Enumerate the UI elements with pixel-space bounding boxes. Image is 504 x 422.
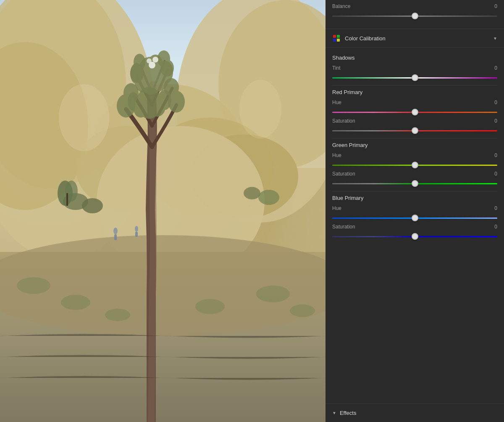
blue-hue-label: Hue <box>332 205 487 211</box>
svg-point-51 <box>290 304 315 317</box>
blue-primary-group: Blue Primary Hue 0 Saturation 0 <box>332 195 497 241</box>
right-panel: Balance 0 Color Calibration ▼ Shadows <box>326 0 504 422</box>
red-sat-value: 0 <box>487 118 497 124</box>
color-calibration-icon <box>332 34 341 42</box>
red-sat-label: Saturation <box>332 118 487 124</box>
svg-point-44 <box>135 226 138 232</box>
green-sat-label: Saturation <box>332 171 487 177</box>
svg-point-49 <box>195 299 225 314</box>
effects-section[interactable]: ▼ Effects <box>326 404 504 422</box>
svg-point-42 <box>113 228 118 234</box>
svg-rect-55 <box>337 35 340 38</box>
red-sat-slider[interactable] <box>332 126 497 135</box>
color-calibration-header[interactable]: Color Calibration ▼ <box>326 29 504 48</box>
green-sat-thumb[interactable] <box>412 180 418 187</box>
svg-point-38 <box>147 58 152 63</box>
shadows-title: Shadows <box>332 55 497 61</box>
svg-point-31 <box>123 83 139 103</box>
blue-primary-title: Blue Primary <box>332 195 497 201</box>
svg-point-53 <box>239 80 281 139</box>
red-hue-value: 0 <box>487 100 497 105</box>
shadows-tint-value: 0 <box>487 65 497 71</box>
svg-point-46 <box>17 277 50 294</box>
shadows-tint-label: Tint <box>332 65 487 71</box>
svg-point-50 <box>256 286 290 302</box>
blue-hue-thumb[interactable] <box>412 215 418 221</box>
blue-sat-slider[interactable] <box>332 232 497 241</box>
balance-thumb[interactable] <box>412 13 418 19</box>
color-calibration-chevron[interactable]: ▼ <box>493 36 497 41</box>
effects-chevron-icon: ▼ <box>332 411 336 415</box>
green-hue-slider[interactable] <box>332 161 497 169</box>
shadows-tint-slider[interactable] <box>332 73 497 82</box>
green-sat-slider[interactable] <box>332 179 497 188</box>
svg-point-14 <box>82 198 103 213</box>
shadows-tint-thumb[interactable] <box>412 74 418 81</box>
red-hue-label: Hue <box>332 100 487 105</box>
red-hue-slider[interactable] <box>332 108 497 116</box>
balance-slider[interactable] <box>332 12 497 20</box>
red-primary-group: Red Primary Hue 0 Saturation 0 <box>332 89 497 135</box>
svg-point-35 <box>134 54 145 71</box>
svg-point-15 <box>244 187 260 199</box>
svg-point-39 <box>152 57 158 63</box>
green-hue-value: 0 <box>487 152 497 158</box>
svg-point-32 <box>164 78 179 97</box>
green-primary-group: Green Primary Hue 0 Saturation 0 <box>332 142 497 188</box>
balance-label: Balance <box>332 3 487 9</box>
photo-panel <box>0 0 326 422</box>
svg-point-36 <box>158 50 170 67</box>
balance-value: 0 <box>487 3 497 9</box>
blue-hue-value: 0 <box>487 205 497 211</box>
svg-rect-43 <box>114 234 117 240</box>
svg-point-48 <box>105 309 130 321</box>
svg-point-47 <box>61 295 90 310</box>
red-hue-thumb[interactable] <box>412 109 418 115</box>
svg-rect-56 <box>333 39 336 42</box>
green-sat-value: 0 <box>487 171 497 177</box>
blue-sat-label: Saturation <box>332 224 487 230</box>
blue-sat-value: 0 <box>487 224 497 230</box>
color-calibration-section: Color Calibration ▼ Shadows Tint 0 <box>326 29 504 404</box>
svg-rect-45 <box>135 232 138 237</box>
red-sat-thumb[interactable] <box>412 127 418 134</box>
shadows-group: Shadows Tint 0 <box>332 55 497 82</box>
green-hue-label: Hue <box>332 152 487 158</box>
calibration-content: Shadows Tint 0 Red Primary Hue 0 <box>326 48 504 247</box>
color-calibration-title: Color Calibration <box>345 35 493 42</box>
blue-sat-thumb[interactable] <box>412 233 418 240</box>
balance-section: Balance 0 <box>326 0 504 29</box>
green-hue-thumb[interactable] <box>412 162 418 168</box>
green-primary-title: Green Primary <box>332 142 497 148</box>
svg-point-16 <box>258 190 279 205</box>
blue-hue-slider[interactable] <box>332 214 497 222</box>
svg-rect-57 <box>337 39 340 42</box>
svg-rect-54 <box>333 35 336 38</box>
effects-title: Effects <box>340 410 357 416</box>
red-primary-title: Red Primary <box>332 89 497 95</box>
svg-point-52 <box>59 84 109 151</box>
